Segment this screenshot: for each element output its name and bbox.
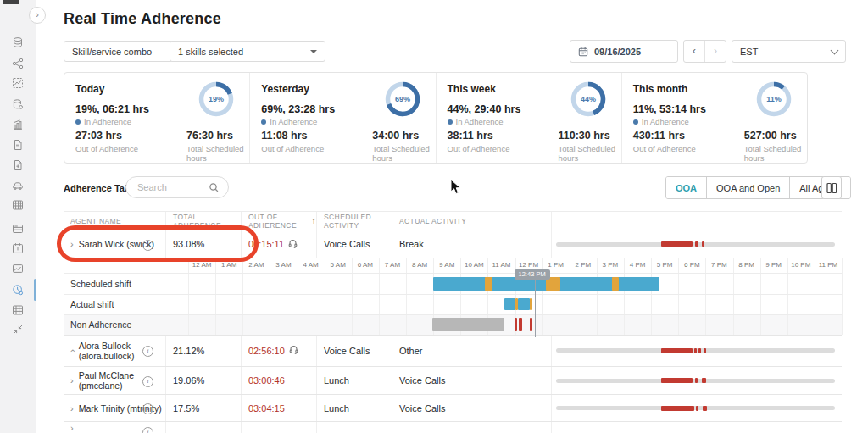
hour-label: 6 AM <box>352 261 379 269</box>
calendar-icon[interactable] <box>10 241 25 256</box>
table-row-sarah[interactable]: ›Sarah Wick (swick)i93.08%00:15:11Voice … <box>64 230 842 258</box>
info-icon[interactable]: i <box>142 240 153 251</box>
expand-caret-icon[interactable]: › <box>70 423 74 433</box>
dropdown-caret-icon <box>310 50 317 53</box>
card-ooa-value: 11:08 hrs <box>261 130 307 142</box>
database-icon[interactable] <box>10 35 25 50</box>
timeline-segment-orange <box>530 298 532 310</box>
headset-icon <box>284 239 298 250</box>
card-title: Yesterday <box>261 83 309 95</box>
sidebar-expand-button[interactable]: › <box>29 7 46 24</box>
out-of-adherence-cell <box>241 422 316 433</box>
hour-gridline <box>379 258 380 335</box>
search-placeholder: Search <box>137 182 167 192</box>
hour-label: 9 PM <box>760 261 787 269</box>
card-total-label: Total Scheduled hours <box>744 144 807 163</box>
sidebar-active-indicator <box>34 279 36 301</box>
adherence-mini-bar <box>556 379 835 383</box>
table-row-alora[interactable]: ›Alora Bullock(alora.bullock)i21.12%02:5… <box>64 335 842 367</box>
view-button-ooa-and-open[interactable]: OOA and Open <box>707 177 790 198</box>
chart-line-box-icon[interactable] <box>10 75 25 91</box>
table-row-paul[interactable]: ›Paul McClane (pmcclane)i19.06%03:00:46L… <box>64 367 842 395</box>
agent-name-cell: ›Mark Trinity (mtrinity)i <box>64 395 165 421</box>
header-out-of-adherence[interactable]: OUT OF ADHERENCE ↑ <box>241 212 316 230</box>
adherence-bar-cell <box>551 230 842 258</box>
prev-day-button[interactable]: ‹ <box>684 41 705 62</box>
expand-caret-icon[interactable]: › <box>70 403 74 414</box>
agent-timeline: 12 AM1 AM2 AM3 AM4 AM5 AM6 AM7 AM8 AM9 A… <box>64 258 842 336</box>
date-value: 09/16/2025 <box>594 47 641 57</box>
share-hierarchy-icon[interactable] <box>10 56 25 71</box>
adherence-donut-chart: 19% <box>197 80 236 122</box>
info-icon[interactable]: i <box>142 403 153 414</box>
chart-bar-icon[interactable] <box>10 117 25 132</box>
expand-caret-icon[interactable]: › <box>70 239 74 249</box>
card-total-label: Total Scheduled hours <box>186 144 249 163</box>
total-adherence-cell: 93.08% <box>165 230 241 258</box>
expand-caret-icon[interactable]: › <box>70 375 74 386</box>
table-row-partial[interactable]: ›i <box>64 422 842 433</box>
date-nav: ‹ › <box>683 40 726 63</box>
timeline-row-separator <box>64 273 842 274</box>
vehicle-icon[interactable] <box>10 177 25 192</box>
hour-label: 12 PM <box>515 261 542 269</box>
info-icon[interactable]: i <box>142 376 153 387</box>
card-in-adherence-label: In Adherence <box>261 117 317 126</box>
header-agent-name: AGENT NAME <box>64 212 165 230</box>
hour-gridline <box>597 258 598 335</box>
adherence-bar-cell <box>551 422 842 433</box>
file-icon[interactable] <box>10 137 25 153</box>
info-icon[interactable]: i <box>142 427 153 433</box>
hour-gridline <box>325 258 326 335</box>
clock-icon[interactable] <box>10 282 25 297</box>
hour-gridline <box>787 258 788 335</box>
adherence-summary-cards: Today19%, 06:21 hrsIn Adherence27:03 hrs… <box>64 72 808 164</box>
table-alt-icon[interactable] <box>10 303 25 318</box>
shrink-arrows-icon[interactable] <box>10 322 25 337</box>
actual-activity-cell: Other <box>392 335 551 366</box>
agent-name: Alora Bullock(alora.bullock) <box>79 341 135 361</box>
search-input[interactable]: Search <box>125 176 229 198</box>
next-day-button[interactable]: › <box>705 41 726 62</box>
timeline-row-label-scheduled-shift: Scheduled shift <box>70 279 131 289</box>
hour-gridline <box>733 258 734 335</box>
timeline-row-label-non-adherence: Non Adherence <box>70 319 131 330</box>
columns-toggle-button[interactable] <box>821 176 842 199</box>
ooa-time-value: 00:15:11 <box>248 239 284 249</box>
skills-dropdown[interactable]: 1 skills selected <box>170 41 326 62</box>
database-alt-icon[interactable] <box>10 97 25 112</box>
chart-area-icon[interactable] <box>10 261 25 276</box>
out-of-adherence-segment <box>661 406 694 411</box>
out-of-adherence-segment <box>702 241 704 247</box>
card-total-value: 34:00 hrs <box>372 130 419 142</box>
file-alt-icon[interactable] <box>10 158 25 173</box>
summary-card-today: Today19%, 06:21 hrsIn Adherence27:03 hrs… <box>64 73 250 163</box>
info-icon[interactable]: i <box>142 346 153 357</box>
hour-label: 3 PM <box>597 261 624 269</box>
hour-label: 10 PM <box>787 261 815 269</box>
actual-activity-cell: Voice Calls <box>392 367 551 394</box>
table-grid-icon[interactable] <box>10 197 25 213</box>
hour-label: 11 AM <box>487 261 515 269</box>
out-of-adherence-segment <box>661 378 693 383</box>
hour-label: 1 AM <box>215 261 242 269</box>
hour-label: 5 AM <box>325 261 352 269</box>
hour-label: 10 AM <box>460 261 487 269</box>
out-of-adherence-cell: 00:15:11 <box>241 230 316 258</box>
collapse-caret-icon[interactable]: › <box>67 349 77 353</box>
list-rows-icon[interactable] <box>10 221 25 236</box>
timezone-dropdown[interactable]: EST <box>732 40 846 63</box>
timeline-segment-gray <box>432 318 504 331</box>
view-button-ooa[interactable]: OOA <box>666 177 707 198</box>
card-ooa-value: 430:11 hrs <box>633 130 685 142</box>
card-ooa-value: 27:03 hrs <box>75 130 122 142</box>
chevron-down-icon <box>831 46 839 54</box>
hour-label: 1 PM <box>542 261 570 269</box>
hour-label: 7 PM <box>705 261 732 269</box>
table-row-mark[interactable]: ›Mark Trinity (mtrinity)i17.5%03:04:15Lu… <box>64 395 842 422</box>
svg-text:11%: 11% <box>766 95 782 103</box>
agent-name-cell: ›Sarah Wick (swick)i <box>64 230 165 258</box>
summary-card-this-week: This week44%, 29:40 hrsIn Adherence38:11… <box>437 73 622 163</box>
card-title: This month <box>633 83 688 95</box>
date-picker[interactable]: 09/16/2025 <box>570 40 678 63</box>
